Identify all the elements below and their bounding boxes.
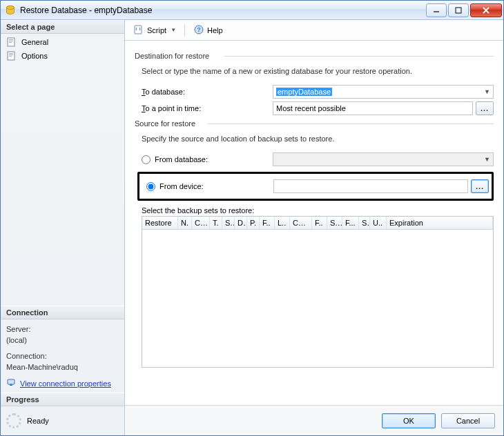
main-content: Destination for restore Select or type t… — [125, 41, 503, 405]
cancel-label: Cancel — [456, 417, 480, 425]
page-icon — [6, 50, 17, 61]
from-database-row: From database: ▼ — [135, 150, 494, 169]
table-header: Restore N. C... T. S. D. P. F.. L.. Ch..… — [142, 217, 493, 230]
from-database-radio[interactable] — [142, 155, 151, 164]
dropdown-caret-icon: ▼ — [171, 27, 176, 33]
server-label: Server: — [6, 324, 119, 335]
help-button[interactable]: ? Help — [191, 23, 226, 38]
col-last-lsn[interactable]: L.. — [275, 217, 290, 229]
from-device-label: From device: — [159, 182, 204, 190]
view-connection-properties-link[interactable]: View connection properties — [6, 377, 119, 390]
ok-label: OK — [403, 417, 414, 425]
view-connection-properties-text: View connection properties — [20, 378, 111, 390]
col-position[interactable]: P. — [247, 217, 260, 229]
page-icon — [6, 37, 17, 48]
ok-button[interactable]: OK — [382, 413, 436, 428]
dialog-body: Select a page General Options Connection — [1, 20, 503, 435]
from-database-label: From database: — [155, 155, 208, 164]
col-name[interactable]: N. — [178, 217, 192, 229]
cancel-button[interactable]: Cancel — [441, 413, 495, 428]
page-nav-list: General Options — [1, 34, 124, 64]
database-icon — [5, 5, 16, 16]
col-server[interactable]: S. — [222, 217, 235, 229]
script-button[interactable]: Script ▼ — [130, 23, 179, 38]
destination-help-text: Select or type the name of a new or exis… — [135, 67, 494, 82]
source-group-header: Source for restore — [135, 119, 494, 128]
chevron-down-icon: ▼ — [484, 156, 490, 163]
svg-rect-11 — [9, 53, 13, 54]
to-database-label: To database: — [142, 88, 273, 96]
close-button[interactable] — [470, 3, 502, 17]
col-first-lsn[interactable]: F.. — [260, 217, 275, 229]
page-nav-general[interactable]: General — [1, 35, 124, 49]
from-device-field[interactable] — [273, 179, 468, 193]
col-size[interactable]: S — [359, 217, 370, 229]
page-nav-options[interactable]: Options — [1, 49, 124, 63]
from-device-highlight-box: From device: ... — [137, 172, 494, 201]
to-database-value: emptyDatabase — [276, 88, 332, 96]
col-database[interactable]: D. — [235, 217, 247, 229]
svg-rect-9 — [9, 42, 12, 43]
help-label: Help — [207, 26, 223, 34]
col-finish-date[interactable]: F... — [342, 217, 359, 229]
svg-text:?: ? — [197, 26, 201, 33]
col-full-lsn[interactable]: F.. — [312, 217, 327, 229]
to-point-in-time-label: To a point in time: — [142, 104, 273, 112]
destination-group-header: Destination for restore — [135, 52, 494, 60]
table-body — [142, 230, 493, 367]
maximize-button[interactable] — [448, 3, 469, 17]
progress-spinner-icon — [6, 413, 21, 428]
to-point-in-time-field[interactable]: Most recent possible — [273, 101, 473, 115]
script-label: Script — [147, 26, 166, 34]
svg-rect-13 — [9, 56, 12, 57]
dialog-footer: OK Cancel — [125, 405, 503, 435]
toolbar-separator — [184, 24, 185, 37]
svg-rect-7 — [9, 39, 13, 40]
server-link-icon — [6, 377, 16, 390]
script-icon — [133, 24, 144, 37]
left-pane: Select a page General Options Connection — [1, 20, 125, 435]
progress-status: Ready — [27, 417, 49, 425]
progress-header: Progress — [1, 393, 124, 406]
backup-sets-table[interactable]: Restore N. C... T. S. D. P. F.. L.. Ch..… — [142, 216, 494, 368]
col-start-date[interactable]: S.. — [327, 217, 342, 229]
chevron-down-icon: ▼ — [484, 88, 490, 95]
progress-block: Ready — [1, 406, 124, 435]
to-point-in-time-row: To a point in time: Most recent possible… — [142, 101, 494, 115]
col-restore[interactable]: Restore — [142, 217, 178, 229]
col-expiration[interactable]: Expiration — [387, 217, 493, 229]
from-database-combo: ▼ — [273, 152, 494, 166]
svg-rect-16 — [135, 26, 142, 34]
svg-rect-15 — [10, 384, 12, 386]
col-checkpoint-lsn[interactable]: Ch... — [290, 217, 312, 229]
from-device-browse-button[interactable]: ... — [471, 179, 489, 193]
connection-label: Connection: — [6, 350, 119, 362]
right-pane: Script ▼ ? Help Destination for restore … — [125, 20, 503, 435]
toolbar: Script ▼ ? Help — [125, 20, 503, 41]
connection-header: Connection — [1, 306, 124, 319]
window-controls — [426, 3, 502, 17]
svg-rect-8 — [9, 41, 13, 41]
select-page-header: Select a page — [1, 20, 124, 34]
to-database-combo[interactable]: emptyDatabase ▼ — [273, 85, 494, 99]
point-in-time-browse-button[interactable]: ... — [476, 101, 494, 115]
minimize-button[interactable] — [426, 3, 447, 17]
help-icon: ? — [193, 24, 204, 37]
dialog-window: Restore Database - emptyDatabase Select … — [0, 0, 504, 436]
titlebar[interactable]: Restore Database - emptyDatabase — [1, 1, 503, 20]
connection-block: Server: (local) Connection: Mean-Machine… — [1, 319, 124, 393]
col-user[interactable]: U.. — [370, 217, 387, 229]
from-device-radio[interactable] — [146, 182, 155, 191]
page-nav-label: General — [21, 38, 48, 46]
connection-value: Mean-Machine\raduq — [6, 361, 119, 373]
from-device-row: From device: ... — [144, 177, 489, 196]
backup-sets-label: Select the backup sets to restore: — [142, 206, 494, 215]
svg-rect-3 — [456, 8, 461, 13]
to-point-in-time-value: Most recent possible — [276, 104, 346, 112]
col-component[interactable]: C... — [192, 217, 210, 229]
to-database-row: To database: emptyDatabase ▼ — [142, 85, 494, 99]
col-type[interactable]: T. — [210, 217, 222, 229]
svg-rect-14 — [8, 379, 14, 384]
svg-rect-12 — [9, 54, 13, 55]
source-help-text: Specify the source and location of backu… — [135, 135, 494, 150]
